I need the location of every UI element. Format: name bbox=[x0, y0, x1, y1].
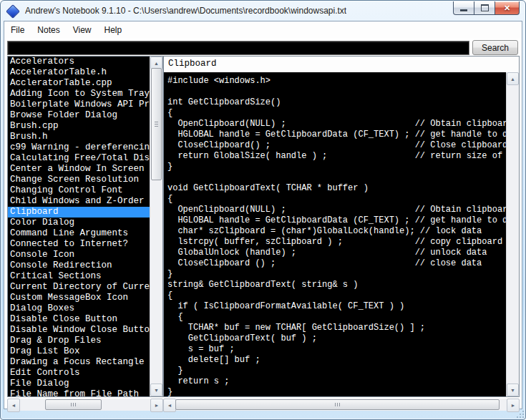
note-vertical-scrollbar[interactable]: ▲ ▼ bbox=[506, 72, 519, 396]
topic-item[interactable]: Disable Window Close Button bbox=[10, 325, 150, 336]
topic-item[interactable]: Browse Folder Dialog bbox=[10, 110, 150, 121]
code-line: CloseClipboard () ; // close data bbox=[167, 258, 507, 269]
arrow-down-icon: ▼ bbox=[154, 388, 159, 393]
code-line: GetClipboardText( buf ) ; bbox=[167, 333, 507, 344]
code-line: } bbox=[167, 162, 507, 172]
topic-item[interactable]: Dialog Boxes bbox=[10, 303, 150, 314]
code-line: lstrcpy( buffer, szClipboard ) ; // copy… bbox=[167, 237, 507, 248]
code-line: return s ; bbox=[167, 376, 507, 387]
note-hscroll-thumb[interactable] bbox=[175, 399, 500, 410]
topic-item[interactable]: Child Windows and Z-Order bbox=[10, 196, 150, 207]
topic-item[interactable]: Current Directory of Curren bbox=[10, 282, 150, 293]
resize-grip[interactable] bbox=[515, 409, 524, 418]
minimize-icon bbox=[460, 9, 467, 11]
menu-help[interactable]: Help bbox=[98, 22, 129, 38]
topic-item[interactable]: Command Line Arguments bbox=[10, 228, 150, 239]
code-line: { bbox=[167, 108, 507, 119]
topics-list[interactable]: AcceleratorsAcceleratorTable.hAcclerator… bbox=[8, 57, 150, 396]
topic-item[interactable]: File Dialog bbox=[10, 379, 150, 389]
code-line: { bbox=[167, 312, 507, 323]
topic-item[interactable]: Brush.h bbox=[10, 132, 150, 142]
titlebar[interactable]: Andrew's Notebook 9.1.10 - C:\Users\andr… bbox=[1, 1, 525, 21]
maximize-button[interactable] bbox=[474, 1, 495, 15]
note-scroll-down-button[interactable]: ▼ bbox=[507, 384, 519, 396]
topics-scroll-down-button[interactable]: ▼ bbox=[150, 384, 162, 396]
topics-scroll-right-button[interactable]: ► bbox=[150, 399, 163, 412]
topic-item[interactable]: Boilerplate Windows API Prog bbox=[10, 99, 150, 110]
topics-vscroll-track[interactable] bbox=[150, 68, 162, 385]
arrow-up-icon: ▲ bbox=[510, 77, 515, 82]
code-view[interactable]: #include <windows.h> int GetClipboardSiz… bbox=[164, 72, 519, 396]
code-line: void GetClipboardText( TCHAR * buffer ) bbox=[167, 183, 507, 194]
topic-item[interactable]: Change Screen Resolution bbox=[10, 175, 150, 185]
topics-horizontal-scrollbar[interactable]: ◄ ► bbox=[7, 399, 163, 411]
code-line: HGLOBAL handle = GetClipboardData (CF_TE… bbox=[167, 130, 507, 140]
code-line: s = buf ; bbox=[167, 344, 507, 355]
menu-bar: File Notes View Help bbox=[4, 21, 522, 39]
menu-view[interactable]: View bbox=[67, 22, 98, 38]
code-line: HGLOBAL handle = GetClipboardData (CF_TE… bbox=[167, 215, 507, 226]
code-line: } bbox=[167, 269, 507, 280]
topics-vscroll-thumb[interactable] bbox=[151, 68, 162, 180]
topic-item[interactable]: File Name from File Path bbox=[10, 389, 150, 396]
topic-item[interactable]: Drag & Drop Files bbox=[10, 336, 150, 346]
code-line: OpenClipboard(NULL) ; // Obtain clipboar… bbox=[167, 119, 507, 130]
menu-file[interactable]: File bbox=[4, 22, 31, 38]
arrow-down-icon: ▼ bbox=[510, 388, 515, 393]
grip-icon bbox=[71, 403, 72, 406]
code-line: { bbox=[167, 290, 507, 301]
grip-icon bbox=[335, 403, 336, 406]
menu-notes[interactable]: Notes bbox=[31, 22, 66, 38]
topics-vertical-scrollbar[interactable]: ▲ ▼ bbox=[150, 57, 162, 396]
app-window: Andrew's Notebook 9.1.10 - C:\Users\andr… bbox=[0, 0, 526, 420]
search-input[interactable] bbox=[7, 41, 469, 55]
arrow-left-icon: ◄ bbox=[167, 403, 172, 408]
topics-hscroll-thumb[interactable] bbox=[45, 399, 102, 410]
topic-item[interactable]: Critical Sections bbox=[10, 271, 150, 282]
topic-item[interactable]: Changing Control Font bbox=[10, 185, 150, 196]
code-line: } bbox=[167, 387, 507, 396]
topic-item[interactable]: Calculating Free/Total Disk bbox=[10, 153, 150, 164]
maximize-icon bbox=[481, 4, 489, 11]
arrow-right-icon: ► bbox=[155, 403, 160, 408]
topic-item[interactable]: Brush.cpp bbox=[10, 121, 150, 132]
code-line: string& GetClipboardText( string& s ) bbox=[167, 280, 507, 290]
topic-item[interactable]: Console Redirection bbox=[10, 260, 150, 271]
grip-icon bbox=[155, 122, 158, 122]
topic-item[interactable]: Clipboard bbox=[8, 207, 150, 218]
code-lines: #include <windows.h> int GetClipboardSiz… bbox=[167, 76, 507, 396]
code-line: } bbox=[167, 366, 507, 376]
code-line: return GlobalSize( handle ) ; // return … bbox=[167, 151, 507, 162]
minimize-button[interactable] bbox=[453, 1, 474, 15]
note-vscroll-track[interactable] bbox=[507, 84, 519, 385]
note-panel: Clipboard #include <windows.h> int GetCl… bbox=[163, 56, 520, 397]
topic-item[interactable]: Accelerators bbox=[10, 57, 150, 67]
topic-item[interactable]: Color Dialog bbox=[10, 218, 150, 228]
topic-item[interactable]: Drawing a Focus Rectangle bbox=[10, 357, 150, 368]
topic-item[interactable]: Custom MessageBox Icon bbox=[10, 293, 150, 303]
note-horizontal-scrollbar[interactable]: ◄ ► bbox=[163, 399, 520, 411]
topic-item[interactable]: Center a Window In Screen bbox=[10, 164, 150, 175]
code-line: delete[] buf ; bbox=[167, 355, 507, 366]
topics-hscroll-track[interactable] bbox=[19, 399, 152, 411]
arrow-left-icon: ◄ bbox=[11, 403, 16, 408]
code-line: char* szClipboard = (char*)GlobalLock(ha… bbox=[167, 226, 507, 237]
topic-item[interactable]: AccleratorTable.cpp bbox=[10, 78, 150, 89]
note-hscroll-track[interactable] bbox=[175, 399, 508, 411]
search-button[interactable]: Search bbox=[472, 40, 518, 55]
topic-item[interactable]: Console Icon bbox=[10, 250, 150, 260]
code-line: TCHAR* buf = new TCHAR[ GetClipboardSize… bbox=[167, 323, 507, 333]
topic-item[interactable]: Drag List Box bbox=[10, 346, 150, 357]
topics-panel: AcceleratorsAcceleratorTable.hAcclerator… bbox=[7, 56, 163, 397]
topic-item[interactable]: Edit Controls bbox=[10, 368, 150, 379]
topic-item[interactable]: Disable Close Button bbox=[10, 314, 150, 325]
window-title: Andrew's Notebook 9.1.10 - C:\Users\andr… bbox=[25, 6, 346, 16]
code-line: GlobalUnlock (handle) ; // unlock data bbox=[167, 248, 507, 258]
client-area: File Notes View Help Search Accelerators… bbox=[4, 21, 522, 409]
close-button[interactable]: ✕ bbox=[495, 1, 520, 15]
topic-item[interactable]: Adding Icon to System Tray bbox=[10, 89, 150, 99]
app-icon bbox=[6, 4, 20, 19]
topic-item[interactable]: c99 Warning - dereferencing bbox=[10, 142, 150, 153]
topic-item[interactable]: Connected to Internet? bbox=[10, 239, 150, 250]
topic-item[interactable]: AcceleratorTable.h bbox=[10, 67, 150, 78]
